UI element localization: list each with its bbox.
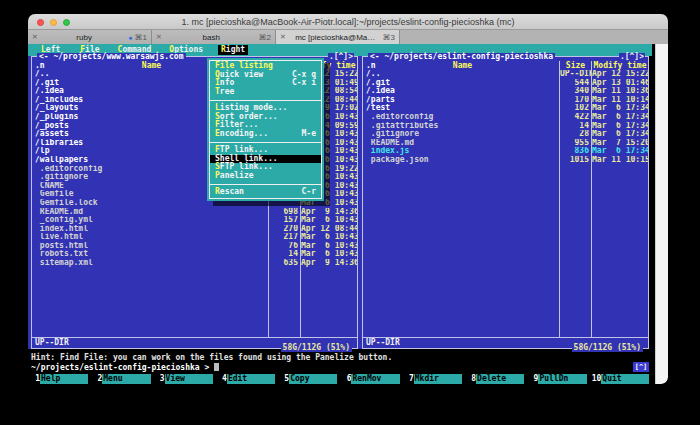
file-size: 698 <box>268 208 300 217</box>
terminal-tab[interactable]: ✕bash⌘2 <box>152 30 276 44</box>
file-mtime: Mar 6 17:34 <box>591 104 648 113</box>
window-title: 1. mc [piecioshka@MacBook-Air-Piotr.loca… <box>28 17 668 27</box>
fkey-label: PullDn <box>538 374 586 384</box>
file-row[interactable]: README.md955Mar 7 15:20 <box>363 139 648 148</box>
file-name: robots.txt <box>32 250 268 259</box>
file-row[interactable]: live.html217Mar 6 10:43 <box>32 233 357 242</box>
fkey-number: 7 <box>405 374 414 384</box>
fkey-renmov[interactable]: 6RenMov <box>342 374 399 384</box>
file-size: 28 <box>559 130 591 139</box>
fkey-edit[interactable]: 4Edit <box>218 374 275 384</box>
file-mtime: Mar 6 17:34 <box>591 113 648 122</box>
file-name: .editorconfig <box>363 113 559 122</box>
file-row[interactable]: .gitattributes14Mar 6 17:34 <box>363 122 648 131</box>
dropdown-item-rescan[interactable]: RescanC-r <box>210 188 321 197</box>
file-row[interactable]: /test102Mar 6 17:34 <box>363 104 648 113</box>
sort-indicator: .n <box>35 61 45 70</box>
file-row[interactable]: robots.txt14Mar 6 10:43 <box>32 250 357 259</box>
file-row[interactable]: index.js836Mar 6 17:34 <box>363 147 648 156</box>
file-row[interactable]: README.md698Apr 9 14:36 <box>32 208 357 217</box>
fkey-label: Quit <box>601 374 649 384</box>
fkey-view[interactable]: 3View <box>156 374 213 384</box>
file-row[interactable]: /.git544Apr 13 01:46 <box>363 79 648 88</box>
file-row[interactable]: /..UP--DIRApr 12 15:22 <box>363 70 648 79</box>
prompt-path: ~/projects/eslint-config-piecioshka > <box>31 363 214 372</box>
file-row[interactable]: .editorconfig422Mar 6 17:34 <box>363 113 648 122</box>
fkey-number: 6 <box>342 374 351 384</box>
right-panel-path[interactable]: <- ~/projects/eslint-config-piecioshka <box>368 53 555 61</box>
close-window-button[interactable] <box>37 19 44 26</box>
tab-shortcut: ⌘2 <box>259 33 271 42</box>
file-mtime: Mar 6 17:34 <box>591 122 648 131</box>
file-row[interactable]: _config.yml157Mar 6 10:43 <box>32 216 357 225</box>
file-name: live.html <box>32 233 268 242</box>
file-mtime: Mar 6 10:43 <box>300 233 357 242</box>
tab-label: ruby <box>40 33 128 42</box>
menu-item-right[interactable]: Right <box>218 45 248 56</box>
hotkey-letter: T <box>215 87 220 96</box>
file-name: /test <box>363 104 559 113</box>
file-name: /.git <box>363 79 559 88</box>
file-row[interactable]: sitemap.xml635Apr 9 14:36 <box>32 259 357 268</box>
file-row[interactable]: /parts170Mar 11 10:14 <box>363 96 648 105</box>
file-mtime: Apr 12 08:44 <box>300 225 357 234</box>
fkey-delete[interactable]: 8Delete <box>467 374 524 384</box>
file-size: 422 <box>559 113 591 122</box>
tab-close-icon[interactable]: ✕ <box>32 33 38 41</box>
file-row[interactable]: /.idea340Mar 11 10:36 <box>363 87 648 96</box>
fkey-number: 3 <box>156 374 165 384</box>
mtime-column-header[interactable]: Modify time <box>591 61 648 70</box>
fkey-label: RenMov <box>351 374 399 384</box>
tab-shortcut: ⌘3 <box>383 33 395 42</box>
terminal-tab-active[interactable]: ✕mc [piecioshka@Ma…⌘3 <box>276 30 400 44</box>
dropdown-item-encoding[interactable]: Encoding...M-e <box>210 130 321 139</box>
dropdown-item-panelize[interactable]: Panelize <box>210 172 321 181</box>
file-name: sitemap.xml <box>32 259 268 268</box>
command-prompt[interactable]: ~/projects/eslint-config-piecioshka > <box>31 363 649 373</box>
size-column-header[interactable]: Size <box>559 61 591 70</box>
file-name: index.html <box>32 225 268 234</box>
fkey-pulldn[interactable]: 9PullDn <box>529 374 586 384</box>
file-name: README.md <box>363 139 559 148</box>
dropdown-item-shortcut: M-e <box>302 130 316 139</box>
file-mtime: Mar 6 10:43 <box>300 242 357 251</box>
dropdown-item-tree[interactable]: Tree <box>210 88 321 97</box>
fkey-mkdir[interactable]: 7Mkdir <box>405 374 462 384</box>
tab-close-icon[interactable]: ✕ <box>280 33 286 41</box>
file-size: 14 <box>268 250 300 259</box>
scrollbar[interactable] <box>655 44 668 384</box>
hotkey-letter: E <box>215 129 220 138</box>
name-column-header[interactable]: Name <box>453 61 472 70</box>
hotkey-letter: P <box>215 171 220 180</box>
tab-close-icon[interactable]: ✕ <box>156 33 162 41</box>
file-row[interactable]: .gitignore28Mar 6 17:34 <box>363 130 648 139</box>
fkey-label: Delete <box>476 374 524 384</box>
tab-bar-filler <box>400 30 668 44</box>
file-size: 340 <box>559 87 591 96</box>
fkey-help[interactable]: 1Help <box>31 374 88 384</box>
file-name: /.. <box>363 70 559 79</box>
file-size: 544 <box>559 79 591 88</box>
file-size: 836 <box>559 147 591 156</box>
terminal-tab[interactable]: ✕ruby●⌘1 <box>28 30 152 44</box>
tab-activity-dot-icon: ● <box>128 34 132 41</box>
left-panel-up-icon[interactable]: .[^]> <box>328 53 354 61</box>
scrollback-up-icon[interactable]: [^] <box>633 362 649 372</box>
fkey-number: 9 <box>529 374 538 384</box>
fkey-copy[interactable]: 5Copy <box>280 374 337 384</box>
fkey-quit[interactable]: 10Quit <box>592 374 649 384</box>
file-row[interactable]: package.json1015Mar 11 10:15 <box>363 156 648 165</box>
minimize-window-button[interactable] <box>50 19 57 26</box>
zoom-window-button[interactable] <box>63 19 70 26</box>
dropdown-item-label: Encoding... <box>215 130 268 139</box>
tab-label: bash <box>164 33 259 42</box>
tab-shortcut: ⌘1 <box>135 33 147 42</box>
terminal-window: 1. mc [piecioshka@MacBook-Air-Piotr.loca… <box>28 14 668 384</box>
file-name: _config.yml <box>32 216 268 225</box>
left-panel-path[interactable]: <- ~/projects/www.warsawjs.com <box>37 53 186 61</box>
file-row[interactable]: posts.html76Mar 6 10:43 <box>32 242 357 251</box>
file-row[interactable]: index.html270Apr 12 08:44 <box>32 225 357 234</box>
right-panel-up-icon[interactable]: .[^]> <box>619 53 645 61</box>
fkey-menu[interactable]: 2Menu <box>93 374 150 384</box>
name-column-header[interactable]: Name <box>142 61 161 70</box>
